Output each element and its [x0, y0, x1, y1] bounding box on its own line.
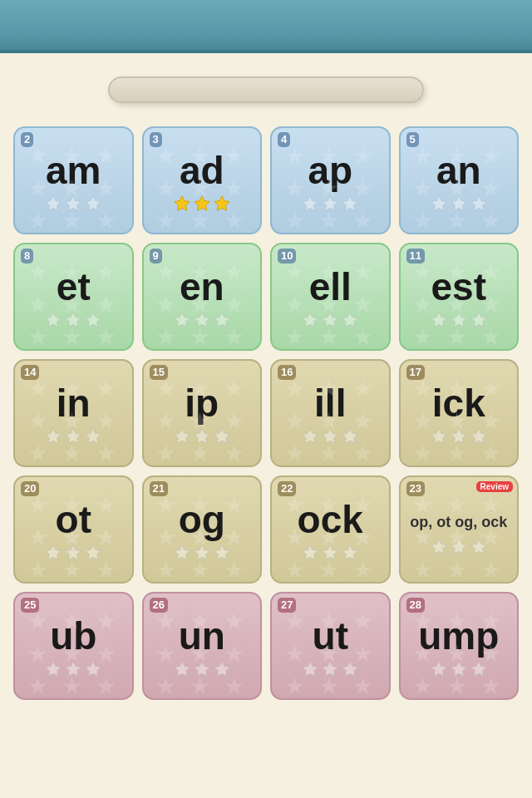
tile-et[interactable]: 8et [13, 243, 134, 351]
tile-og[interactable]: 21og [142, 475, 263, 584]
tile-ub[interactable]: 25ub [13, 592, 134, 700]
tile-am[interactable]: 2am [13, 126, 134, 234]
star-icon [450, 311, 468, 332]
svg-marker-58 [451, 662, 466, 676]
svg-marker-22 [451, 313, 466, 327]
svg-marker-27 [175, 429, 190, 443]
star-icon [173, 660, 191, 682]
star-icon [470, 538, 488, 559]
tile-word: ap [308, 151, 352, 190]
header [0, 0, 532, 53]
star-icon [64, 427, 82, 449]
tile-ell[interactable]: 10ell [270, 243, 391, 351]
tile-ock[interactable]: 22ock [270, 475, 391, 584]
svg-marker-28 [195, 429, 209, 443]
tile-subtext: op, ot og, ock [410, 513, 507, 532]
svg-marker-49 [66, 662, 81, 676]
star-icon [450, 427, 468, 449]
svg-marker-55 [323, 662, 337, 676]
tile-word: ip [185, 384, 219, 422]
stars-row [173, 195, 231, 216]
star-icon [450, 660, 468, 682]
svg-marker-13 [66, 313, 81, 327]
tile-in[interactable]: 14in [13, 359, 134, 467]
svg-marker-16 [195, 313, 209, 327]
svg-marker-39 [175, 545, 190, 559]
svg-marker-11 [471, 196, 486, 210]
svg-marker-8 [342, 196, 357, 210]
svg-marker-4 [195, 196, 209, 210]
stars-row [44, 427, 102, 449]
tile-word: ub [50, 617, 96, 655]
star-icon [213, 660, 231, 682]
svg-marker-6 [303, 196, 318, 210]
tile-ump[interactable]: 28ump [399, 592, 520, 700]
tile-number: 10 [278, 249, 296, 264]
svg-marker-34 [451, 429, 466, 443]
svg-marker-9 [431, 196, 446, 210]
star-icon [430, 538, 448, 559]
star-icon [321, 427, 339, 449]
star-icon [84, 660, 102, 682]
svg-marker-37 [66, 545, 81, 559]
star-icon [44, 427, 62, 449]
star-icon [341, 660, 359, 682]
star-icon [193, 427, 211, 449]
star-icon [84, 311, 102, 332]
tile-[interactable]: 23Reviewop, ot og, ock [399, 475, 520, 584]
tile-en[interactable]: 9en [142, 243, 263, 351]
star-icon [173, 311, 191, 332]
stars-row [301, 427, 359, 449]
tile-ip[interactable]: 15ip [142, 359, 263, 467]
tile-ill[interactable]: 16ill [270, 359, 391, 467]
star-icon [44, 311, 62, 332]
svg-marker-21 [431, 313, 446, 327]
stars-row [44, 544, 102, 565]
svg-marker-5 [214, 196, 229, 210]
star-icon [193, 195, 211, 216]
star-icon [213, 311, 231, 332]
svg-marker-19 [323, 313, 337, 327]
star-icon [450, 538, 468, 559]
tile-number: 20 [21, 481, 39, 496]
svg-marker-50 [86, 662, 101, 676]
stars-row [430, 311, 488, 332]
svg-marker-59 [471, 662, 486, 676]
star-icon [430, 427, 448, 449]
star-icon [321, 660, 339, 682]
stars-row [430, 427, 488, 449]
svg-marker-53 [214, 662, 229, 676]
tile-ad[interactable]: 3ad [142, 126, 263, 234]
stars-row [430, 195, 488, 216]
tile-un[interactable]: 26un [142, 592, 263, 700]
tile-ap[interactable]: 4ap [270, 126, 391, 234]
tile-word: ock [298, 500, 363, 539]
star-icon [321, 195, 339, 216]
tile-word: et [57, 268, 91, 306]
tile-ick[interactable]: 17ick [399, 359, 520, 467]
star-icon [301, 427, 319, 449]
svg-marker-46 [451, 539, 466, 554]
tile-est[interactable]: 11est [399, 243, 520, 351]
svg-marker-41 [214, 545, 229, 559]
star-icon [173, 544, 191, 565]
tiles-grid: 2am3ad4ap5an8et9en10ell11est14in15ip16il… [8, 126, 524, 700]
tile-ut[interactable]: 27ut [270, 592, 391, 700]
tile-ot[interactable]: 20ot [13, 475, 134, 584]
svg-marker-24 [46, 429, 61, 443]
svg-marker-20 [342, 313, 357, 327]
svg-marker-2 [86, 196, 101, 210]
star-icon [470, 427, 488, 449]
svg-marker-17 [214, 313, 229, 327]
stars-row [173, 544, 231, 565]
star-icon [84, 427, 102, 449]
stars-row [44, 660, 102, 682]
tile-word: in [57, 384, 91, 422]
svg-marker-38 [86, 545, 101, 559]
svg-marker-25 [66, 429, 81, 443]
star-icon [173, 427, 191, 449]
star-icon [341, 544, 359, 565]
tile-word: an [436, 151, 481, 190]
star-icon [301, 660, 319, 682]
tile-an[interactable]: 5an [399, 126, 520, 234]
